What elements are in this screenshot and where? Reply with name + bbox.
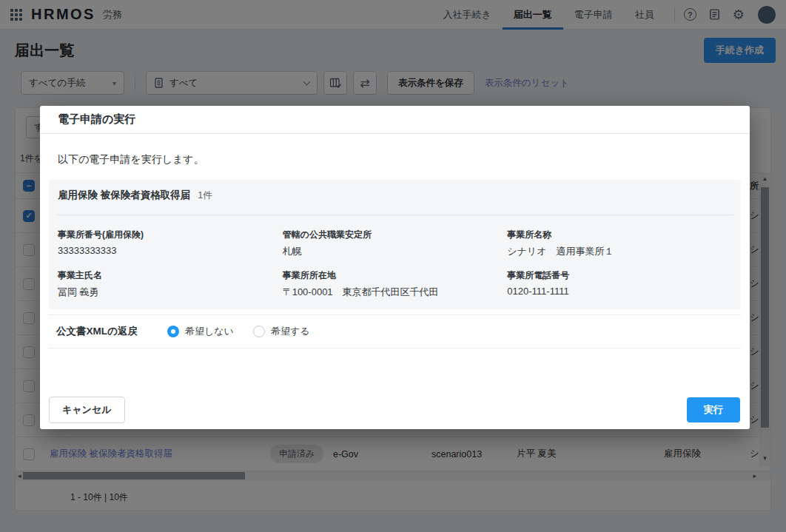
field-label: 事業所所在地 <box>283 269 508 282</box>
dialog-title: 電子申請の実行 <box>40 106 750 134</box>
procedure-name: 雇用保険 被保険者資格取得届 <box>58 189 190 202</box>
office-fields: 事業所番号(雇用保険) 33333333333 管轄の公共職業安定所 札幌 事業… <box>56 229 733 299</box>
field-value: 札幌 <box>283 245 508 258</box>
procedure-count: 1件 <box>198 189 212 202</box>
field-label: 事業所番号(雇用保険) <box>58 229 283 241</box>
field-office-phone: 事業所電話番号 0120-111-1111 <box>507 269 732 299</box>
field-office-address: 事業所所在地 〒100-0001 東京都千代田区千代田 <box>283 269 508 299</box>
field-label: 事業所名称 <box>507 229 732 241</box>
field-owner-name: 事業主氏名 冨岡 義勇 <box>58 269 283 299</box>
field-label: 事業主氏名 <box>58 269 283 282</box>
radio-option-label: 希望する <box>271 325 310 338</box>
field-label: 事業所電話番号 <box>507 269 732 282</box>
app-window: HRMOS 労務 入社手続き 届出一覧 電子申請 社員 ? ⚙ 届出一覧 <box>0 0 786 532</box>
panel-divider <box>56 215 733 215</box>
xml-return-label: 公文書XMLの返戻 <box>56 325 167 338</box>
radio-unselected-icon[interactable] <box>253 326 265 337</box>
radio-option-yes[interactable]: 希望する <box>253 325 310 338</box>
field-value: 冨岡 義勇 <box>58 286 283 299</box>
egov-execute-dialog: 電子申請の実行 以下の電子申請を実行します。 雇用保険 被保険者資格取得届 1件… <box>40 106 750 429</box>
radio-selected-icon[interactable] <box>167 326 179 337</box>
procedure-summary-panel: 雇用保険 被保険者資格取得届 1件 事業所番号(雇用保険) 3333333333… <box>49 180 741 309</box>
xml-return-setting: 公文書XMLの返戻 希望しない 希望する <box>49 314 741 349</box>
field-label: 管轄の公共職業安定所 <box>283 229 508 241</box>
field-value: 33333333333 <box>58 245 283 256</box>
field-value: 〒100-0001 東京都千代田区千代田 <box>283 286 508 299</box>
field-office-name: 事業所名称 シナリオ 適用事業所１ <box>507 229 732 258</box>
execute-button[interactable]: 実行 <box>687 397 740 422</box>
radio-option-no[interactable]: 希望しない <box>167 325 234 338</box>
field-value: シナリオ 適用事業所１ <box>507 245 732 258</box>
cancel-button[interactable]: キャンセル <box>49 397 125 423</box>
dialog-intro-text: 以下の電子申請を実行します。 <box>49 153 741 166</box>
radio-option-label: 希望しない <box>185 325 234 338</box>
xml-return-radio-group: 希望しない 希望する <box>167 325 310 338</box>
field-employment-office: 管轄の公共職業安定所 札幌 <box>283 229 508 258</box>
field-value: 0120-111-1111 <box>507 286 732 297</box>
field-office-number: 事業所番号(雇用保険) 33333333333 <box>58 229 283 258</box>
